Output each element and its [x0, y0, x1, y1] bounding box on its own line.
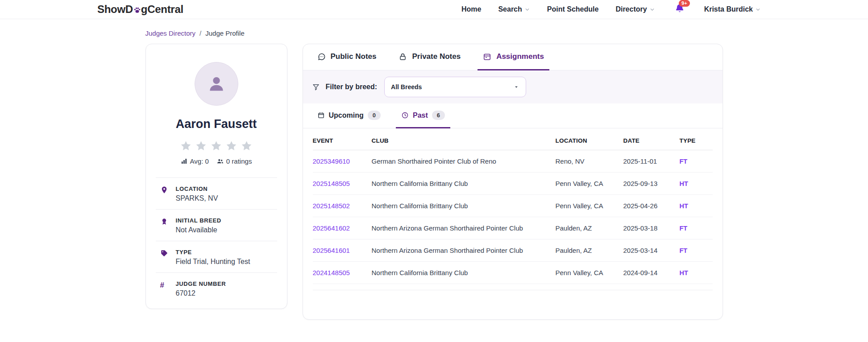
speech-bubble-icon: [317, 53, 326, 61]
star-icon[interactable]: [241, 140, 253, 152]
location-pin-icon: [160, 186, 169, 202]
table-row: 2025641601 Northern Arizona German Short…: [313, 239, 713, 262]
calendar-icon: [317, 111, 325, 119]
club-cell: Northern California Brittany Club: [372, 269, 556, 276]
club-cell: Northern California Brittany Club: [372, 180, 556, 187]
type-cell: FT: [680, 225, 713, 232]
type-cell: FT: [680, 247, 713, 254]
past-count-badge: 6: [432, 111, 445, 120]
nav-menu: Home Search Point Schedule Directory 9+ …: [461, 4, 761, 15]
type-cell: HT: [680, 202, 713, 210]
column-header-event: EVENT: [313, 137, 372, 144]
table-header-row: EVENT CLUB LOCATION DATE TYPE: [313, 130, 713, 150]
column-header-date: DATE: [623, 137, 680, 144]
notes-tabbar: Public Notes Private Notes Assignments: [303, 44, 723, 70]
select-caret-icon: [513, 84, 519, 90]
top-nav: ShowD gCentral Home Search Point Schedul…: [0, 0, 868, 19]
location-cell: Penn Valley, CA: [556, 180, 623, 187]
table-footer-divider: [313, 284, 713, 290]
page-content: Aaron Fausett Avg: 0 0 ratings: [145, 44, 723, 320]
judge-profile-card: Aaron Fausett Avg: 0 0 ratings: [145, 44, 287, 309]
person-icon: [207, 74, 226, 94]
calendar-icon: [483, 53, 491, 61]
star-icon[interactable]: [195, 140, 207, 152]
breadcrumb-link-judges-directory[interactable]: Judges Directory: [145, 29, 196, 37]
event-link[interactable]: 2025641602: [313, 224, 372, 232]
event-link[interactable]: 2024148505: [313, 269, 372, 276]
chevron-down-icon: [755, 7, 761, 12]
notifications-button[interactable]: 9+: [675, 4, 685, 15]
location-cell: Reno, NV: [556, 157, 623, 165]
subtab-upcoming[interactable]: Upcoming 0: [312, 103, 386, 128]
breed-select[interactable]: All Breeds: [384, 77, 526, 97]
location-cell: Paulden, AZ: [556, 224, 623, 232]
club-cell: German Shorthaired Pointer Club of Reno: [372, 157, 556, 165]
assignments-subtabbar: Upcoming 0 Past 6: [303, 103, 723, 128]
breadcrumb-current: Judge Profile: [205, 29, 245, 37]
breadcrumb: Judges Directory / Judge Profile: [145, 29, 723, 37]
rating-summary: Avg: 0 0 ratings: [146, 157, 287, 165]
notification-badge: 9+: [679, 0, 690, 7]
event-link[interactable]: 2025148505: [313, 180, 372, 187]
type-cell: FT: [680, 158, 713, 165]
type-cell: HT: [680, 269, 713, 276]
club-cell: Northern Arizona German Shorthaired Poin…: [372, 224, 556, 232]
tab-assignments[interactable]: Assignments: [478, 44, 549, 70]
nav-item-search[interactable]: Search: [498, 5, 530, 13]
date-cell: 2025-03-14: [623, 247, 680, 254]
nav-item-home[interactable]: Home: [461, 5, 481, 13]
assignments-table: EVENT CLUB LOCATION DATE TYPE 2025349610…: [303, 128, 723, 290]
date-cell: 2025-03-18: [623, 224, 680, 232]
event-link[interactable]: 2025641601: [313, 247, 372, 254]
detail-initial-breed: INITIAL BREED Not Available: [156, 210, 277, 241]
filter-label: Filter by breed:: [326, 83, 378, 91]
date-cell: 2025-09-13: [623, 180, 680, 187]
star-icon[interactable]: [210, 140, 222, 152]
table-row: 2025349610 German Shorthaired Pointer Cl…: [313, 150, 713, 173]
date-cell: 2024-09-14: [623, 269, 680, 276]
event-link[interactable]: 2025148502: [313, 202, 372, 210]
upcoming-count-badge: 0: [368, 111, 381, 120]
column-header-club: CLUB: [372, 137, 556, 144]
chevron-down-icon: [524, 7, 530, 12]
table-row: 2025641602 Northern Arizona German Short…: [313, 217, 713, 239]
type-cell: HT: [680, 180, 713, 187]
clock-icon: [401, 111, 409, 119]
subtab-past[interactable]: Past 6: [396, 103, 450, 128]
detail-judge-number: # JUDGE NUMBER 67012: [156, 273, 277, 304]
nav-item-directory[interactable]: Directory: [615, 5, 655, 13]
judge-notes-panel: Public Notes Private Notes Assignments F…: [303, 44, 723, 320]
club-cell: Northern California Brittany Club: [372, 202, 556, 210]
tab-public-notes[interactable]: Public Notes: [312, 44, 382, 70]
lock-icon: [399, 53, 407, 61]
column-header-location: LOCATION: [556, 137, 623, 144]
breed-filter-bar: Filter by breed: All Breeds: [303, 70, 723, 103]
event-link[interactable]: 2025349610: [313, 157, 372, 165]
judge-name: Aaron Fausett: [146, 117, 287, 131]
tab-private-notes[interactable]: Private Notes: [393, 44, 466, 70]
logo[interactable]: ShowD gCentral: [97, 3, 183, 16]
logo-text-suffix: gCentral: [141, 3, 183, 16]
user-menu[interactable]: Krista Burdick: [704, 5, 761, 13]
star-icon[interactable]: [225, 140, 237, 152]
detail-type: TYPE Field Trial, Hunting Test: [156, 241, 277, 273]
star-icon[interactable]: [180, 140, 192, 152]
location-cell: Penn Valley, CA: [556, 269, 623, 276]
ratings-count: 0 ratings: [217, 157, 252, 165]
paw-icon: [133, 6, 141, 14]
judge-details: LOCATION SPARKS, NV INITIAL BREED Not Av…: [156, 177, 277, 309]
nav-item-point-schedule[interactable]: Point Schedule: [547, 5, 599, 13]
detail-location: LOCATION SPARKS, NV: [156, 178, 277, 210]
chevron-down-icon: [649, 7, 655, 12]
avg-rating: Avg: 0: [181, 157, 209, 165]
avatar: [195, 62, 238, 106]
filter-funnel-icon: [312, 83, 320, 91]
user-name: Krista Burdick: [704, 5, 753, 13]
column-header-type: TYPE: [680, 137, 713, 144]
breadcrumb-separator: /: [199, 29, 201, 37]
table-row: 2025148505 Northern California Brittany …: [313, 173, 713, 195]
bar-chart-icon: [181, 158, 187, 165]
table-row: 2025148502 Northern California Brittany …: [313, 195, 713, 217]
tag-icon: [160, 249, 169, 266]
table-row: 2024148505 Northern California Brittany …: [313, 262, 713, 284]
